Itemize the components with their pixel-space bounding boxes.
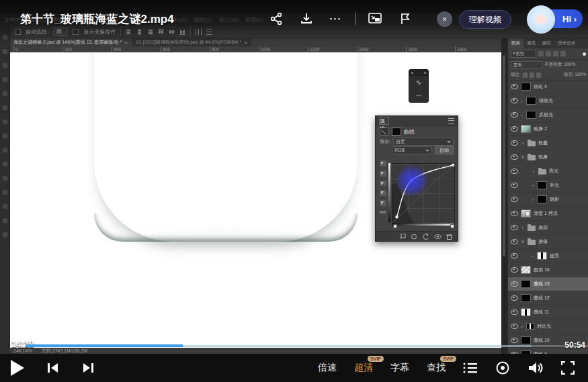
layer-name[interactable]: 对比光: [537, 323, 551, 330]
layer-row[interactable]: 曲线 11: [508, 305, 588, 320]
layer-row[interactable]: 瓶身 2: [508, 122, 588, 136]
layer-row[interactable]: ›瓶盖: [508, 136, 588, 150]
subtitles-button[interactable]: 字幕: [390, 362, 409, 374]
fullscreen-icon[interactable]: [561, 361, 575, 375]
layer-row[interactable]: ›高光: [508, 164, 588, 179]
expand-arrow-icon[interactable]: ∨: [521, 239, 525, 244]
layer-thumbnail[interactable]: [521, 125, 531, 133]
layer-name[interactable]: 锐化 4: [534, 83, 547, 90]
play-button[interactable]: [11, 360, 24, 376]
layer-name[interactable]: 反射光: [539, 111, 553, 118]
search-button[interactable]: 查找SVIP: [427, 362, 446, 374]
layer-row[interactable]: ∨瓶身: [508, 150, 588, 164]
layer-name[interactable]: 高光: [549, 168, 558, 175]
layer-visibility-eye-icon[interactable]: [511, 211, 518, 216]
layer-row[interactable]: 曲线 12: [508, 291, 588, 305]
layer-thumbnail[interactable]: [521, 336, 531, 344]
layer-visibility-eye-icon[interactable]: [511, 197, 518, 202]
understand-video-button[interactable]: 理解视频: [459, 10, 511, 29]
expand-arrow-icon[interactable]: ›: [521, 141, 525, 146]
layer-name[interactable]: 曲线 13: [534, 281, 550, 287]
layer-thumbnail[interactable]: [521, 209, 531, 218]
layer-thumbnail[interactable]: [537, 252, 547, 260]
share-icon[interactable]: [268, 11, 284, 27]
layer-visibility-eye-icon[interactable]: [511, 126, 518, 132]
layer-visibility-eye-icon[interactable]: [511, 169, 518, 174]
layer-visibility-eye-icon[interactable]: [511, 324, 518, 329]
layer-visibility-eye-icon[interactable]: [511, 309, 518, 315]
layer-row[interactable]: 渐变 1 拷贝: [508, 207, 588, 221]
layer-visibility-eye-icon[interactable]: [511, 253, 518, 258]
layer-name[interactable]: 图层 16: [534, 267, 550, 273]
layer-name[interactable]: 补光: [550, 182, 559, 189]
previous-episode-button[interactable]: [47, 363, 59, 373]
next-episode-button[interactable]: [82, 363, 94, 373]
expand-arrow-icon[interactable]: ›: [521, 226, 525, 230]
progress-bar[interactable]: [26, 345, 588, 347]
layer-thumbnail[interactable]: [521, 83, 531, 91]
more-options-icon[interactable]: ⋯: [327, 11, 343, 27]
layer-name[interactable]: 曲线 12: [534, 295, 550, 301]
layer-visibility-eye-icon[interactable]: [511, 84, 518, 89]
layer-visibility-eye-icon[interactable]: [511, 140, 518, 146]
layer-visibility-eye-icon[interactable]: [511, 183, 518, 188]
layer-thumbnail[interactable]: [526, 323, 534, 330]
layer-name[interactable]: 渐变 1 拷贝: [534, 210, 558, 217]
layer-thumbnail[interactable]: [521, 294, 531, 302]
layer-name[interactable]: 液体: [538, 238, 548, 245]
layer-visibility-eye-icon[interactable]: [511, 281, 518, 287]
layer-thumbnail[interactable]: [526, 97, 536, 105]
download-icon[interactable]: [298, 11, 314, 27]
layer-row[interactable]: ⌐补光: [508, 179, 588, 193]
svip-badge: SVIP: [440, 356, 456, 362]
layer-visibility-eye-icon[interactable]: [511, 112, 518, 117]
preset-row: 预设: 自定: [376, 137, 458, 146]
layer-thumbnail[interactable]: [537, 195, 547, 203]
speed-button[interactable]: 倍速: [318, 362, 337, 374]
layer-visibility-eye-icon[interactable]: [511, 267, 518, 273]
feedback-flag-icon[interactable]: [397, 11, 413, 27]
layer-thumbnail[interactable]: [521, 266, 531, 274]
layer-row[interactable]: ›底部: [508, 221, 588, 235]
layer-row[interactable]: ∨液体: [508, 235, 588, 249]
layer-row[interactable]: ⌐阴影: [508, 193, 588, 207]
layer-visibility-eye-icon[interactable]: [511, 154, 518, 160]
layer-thumbnail[interactable]: [521, 308, 531, 316]
clip-mask-icon: ⌐: [532, 254, 534, 258]
expand-arrow-icon[interactable]: ∨: [521, 154, 525, 160]
video-frame[interactable]: 文件(F)编辑(E)图像(I)图层(L)文字(Y)选择(S)滤镜(T)3D(D)…: [0, 0, 588, 354]
scrollbar[interactable]: [503, 55, 505, 256]
volume-icon[interactable]: [528, 361, 544, 375]
record-icon[interactable]: [495, 361, 510, 375]
layer-visibility-eye-icon[interactable]: [511, 295, 518, 301]
layer-name[interactable]: 底部: [538, 224, 548, 231]
layer-row[interactable]: 锐化 4: [508, 80, 588, 94]
layer-name[interactable]: 阴影: [550, 196, 559, 203]
miniplayer-icon[interactable]: [367, 11, 383, 27]
layer-name[interactable]: 瓶盖: [538, 140, 548, 146]
layer-thumbnail[interactable]: [537, 181, 547, 189]
layer-row[interactable]: 曲线 13: [508, 277, 588, 291]
layer-name[interactable]: 曲线 10: [534, 337, 550, 344]
layer-visibility-eye-icon[interactable]: [511, 338, 518, 343]
layer-visibility-eye-icon[interactable]: [511, 98, 518, 103]
layer-row[interactable]: ⌐反射光: [508, 108, 588, 122]
quality-button[interactable]: 超清SVIP: [354, 362, 373, 374]
playlist-icon[interactable]: [463, 362, 478, 374]
layer-row[interactable]: ⌐辅助光: [508, 94, 588, 108]
layer-name[interactable]: 辅助光: [539, 97, 553, 104]
layer-thumbnail[interactable]: [521, 280, 531, 288]
assistant-avatar[interactable]: [527, 5, 555, 34]
layer-visibility-eye-icon[interactable]: [511, 239, 518, 244]
expand-arrow-icon[interactable]: ›: [532, 169, 536, 174]
layer-name[interactable]: 提亮: [550, 252, 559, 259]
layer-row[interactable]: ⌐提亮: [508, 249, 588, 263]
layer-name[interactable]: 瓶身: [538, 154, 548, 160]
layer-name[interactable]: 曲线 11: [534, 309, 549, 316]
layer-visibility-eye-icon[interactable]: [511, 225, 518, 230]
layer-row[interactable]: 图层 16: [508, 263, 588, 277]
layer-name[interactable]: 瓶身 2: [534, 126, 547, 132]
layer-row[interactable]: ⌐对比光: [508, 320, 588, 334]
layer-thumbnail[interactable]: [526, 111, 536, 119]
close-icon[interactable]: ×: [437, 11, 452, 27]
